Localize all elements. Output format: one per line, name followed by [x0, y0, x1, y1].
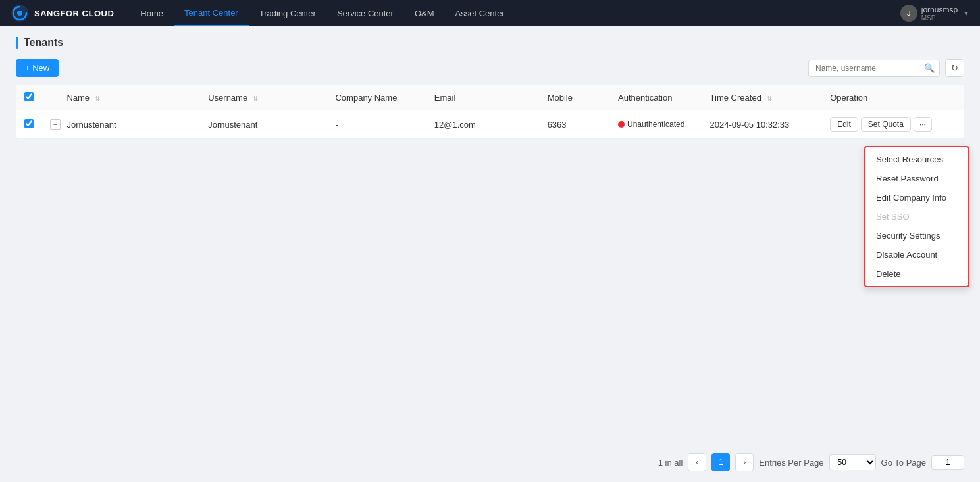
row-expand-cell: + [42, 110, 59, 139]
user-menu[interactable]: J jornusmsp MSP ▼ [900, 5, 969, 22]
row-checkbox[interactable] [24, 119, 34, 128]
refresh-button[interactable]: ↻ [945, 59, 964, 77]
logo-text: SANGFOR CLOUD [34, 9, 114, 18]
next-page-button[interactable]: › [735, 453, 754, 471]
table-header-row: Name ⇅ Username ⇅ Company Name Email Mob [16, 85, 964, 110]
page-content: Tenants + New 🔍 ↻ Name ⇅ [0, 26, 980, 482]
row-name: Jornustenant [59, 110, 200, 139]
col-header-email: Email [426, 85, 540, 110]
col-header-check [16, 85, 42, 110]
row-email: 12@1.com [426, 110, 540, 139]
nav-om[interactable]: O&M [404, 0, 445, 26]
set-quota-button[interactable]: Set Quota [861, 117, 911, 132]
nav-links: Home Tenant Center Trading Center Servic… [130, 0, 900, 26]
row-auth: Unauthenticated [610, 110, 702, 139]
pagination: 1 in all ‹ 1 › Entries Per Page 50 100 2… [658, 453, 964, 471]
row-company: - [327, 110, 426, 139]
dropdown-edit-company[interactable]: Edit Company Info [865, 188, 968, 207]
nav-trading-center[interactable]: Trading Center [249, 0, 326, 26]
table-row: + Jornustenant Jornustenant - 12@1.com 6… [16, 110, 964, 139]
row-operation-cell: Edit Set Quota ··· [822, 110, 964, 139]
sort-name-icon[interactable]: ⇅ [95, 95, 100, 102]
dropdown-delete[interactable]: Delete [865, 264, 968, 283]
col-header-company: Company Name [327, 85, 426, 110]
row-mobile: 6363 [540, 110, 610, 139]
go-to-page-label: Go To Page [881, 458, 926, 468]
go-to-page-input[interactable] [931, 455, 964, 470]
page-1-button[interactable]: 1 [711, 453, 730, 471]
title-bar-decoration [16, 37, 18, 49]
sort-time-icon[interactable]: ⇅ [767, 95, 772, 102]
col-header-mobile: Mobile [540, 85, 610, 110]
select-all-checkbox[interactable] [24, 92, 34, 101]
entries-per-page-select[interactable]: 50 100 200 [829, 454, 876, 470]
dropdown-set-sso: Set SSO [865, 207, 968, 226]
row-time: 2024-09-05 10:32:33 [702, 110, 823, 139]
prev-page-button[interactable]: ‹ [688, 453, 706, 471]
search-wrap: 🔍 [808, 60, 940, 77]
search-input[interactable] [808, 60, 940, 77]
row-username: Jornustenant [200, 110, 327, 139]
auth-status-icon [618, 121, 625, 128]
nav-service-center[interactable]: Service Center [326, 0, 404, 26]
avatar: J [900, 5, 917, 22]
user-role: MSP [921, 14, 958, 22]
svg-point-1 [17, 11, 22, 16]
topnav: SANGFOR CLOUD Home Tenant Center Trading… [0, 0, 980, 26]
nav-tenant-center[interactable]: Tenant Center [174, 0, 249, 26]
tenants-table: Name ⇅ Username ⇅ Company Name Email Mob [16, 85, 964, 139]
col-header-name: Name ⇅ [59, 85, 200, 110]
nav-home[interactable]: Home [130, 0, 174, 26]
more-actions-button[interactable]: ··· [914, 117, 932, 132]
page-title-wrap: Tenants [16, 37, 964, 49]
edit-button[interactable]: Edit [830, 117, 858, 132]
nav-asset-center[interactable]: Asset Center [445, 0, 515, 26]
logo[interactable]: SANGFOR CLOUD [11, 4, 114, 22]
dropdown-reset-password[interactable]: Reset Password [865, 169, 968, 188]
page-title: Tenants [24, 37, 63, 49]
search-icon: 🔍 [924, 63, 935, 73]
dropdown-disable-account[interactable]: Disable Account [865, 245, 968, 264]
col-header-operation: Operation [822, 85, 964, 110]
col-header-expand [42, 85, 59, 110]
dropdown-menu: Select Resources Reset Password Edit Com… [864, 146, 969, 287]
user-name: jornusmsp [921, 5, 958, 14]
toolbar-right: 🔍 ↻ [808, 59, 964, 77]
auth-badge: Unauthenticated [618, 120, 694, 129]
row-checkbox-cell [16, 110, 42, 139]
toolbar: + New 🔍 ↻ [16, 59, 964, 77]
col-header-username: Username ⇅ [200, 85, 327, 110]
total-info: 1 in all [658, 458, 683, 468]
chevron-down-icon: ▼ [963, 10, 969, 17]
dropdown-select-resources[interactable]: Select Resources [865, 150, 968, 169]
new-button[interactable]: + New [16, 59, 59, 77]
entries-per-page-label: Entries Per Page [759, 458, 823, 468]
col-header-auth: Authentication [610, 85, 702, 110]
sort-username-icon[interactable]: ⇅ [253, 95, 258, 102]
auth-status-label: Unauthenticated [627, 120, 684, 129]
logo-icon [11, 4, 29, 22]
op-buttons: Edit Set Quota ··· [830, 117, 956, 132]
dropdown-security-settings[interactable]: Security Settings [865, 226, 968, 245]
col-header-time: Time Created ⇅ [702, 85, 823, 110]
